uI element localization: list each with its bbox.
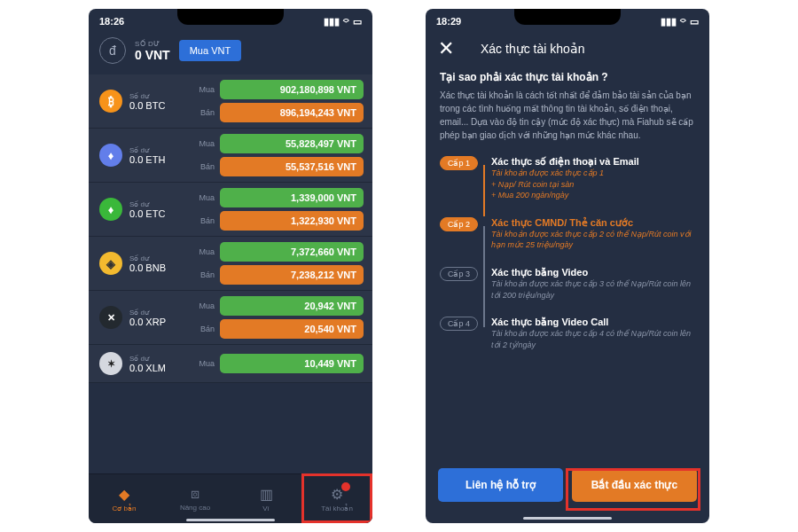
coin-prices: Mua 20,942 VNT Bán 20,540 VNT <box>195 291 372 344</box>
coin-icon: ✶ <box>99 352 122 375</box>
level-badge: Cấp 1 <box>440 156 478 170</box>
tab-label: Tài khoản <box>321 505 353 512</box>
start-verify-button[interactable]: Bắt đầu xác thực <box>572 468 697 502</box>
wifi-icon: ⌔ <box>680 16 686 27</box>
status-icons: ▮▮▮ ⌔ ▭ <box>324 16 362 27</box>
coin-list[interactable]: ₿ Số dư 0.0 BTC Mua 902,180,898 VNT Bán … <box>89 74 372 473</box>
buy-price[interactable]: 7,372,660 VNT <box>220 242 364 262</box>
level-line <box>483 165 485 216</box>
level-title: Xác thực CMND/ Thẻ căn cước <box>491 217 695 229</box>
balance-word: Số dư <box>129 200 165 208</box>
coin-row[interactable]: ♦ Số dư 0.0 ETC Mua 1,339,000 VNT Bán 1,… <box>89 183 372 237</box>
buy-label: Mua <box>195 85 215 94</box>
status-time: 18:26 <box>99 16 124 27</box>
notification-badge <box>341 482 350 491</box>
notch <box>177 9 284 25</box>
balance-value: 0 VNT <box>135 48 170 62</box>
tab-ví[interactable]: ▥ Ví <box>231 474 301 523</box>
tab-nâng-cao[interactable]: ⧇ Nâng cao <box>160 474 231 523</box>
verify-level: Cấp 4 Xác thực bằng Video Call Tài khoản… <box>481 317 695 350</box>
verify-explain: Xác thực tài khoản là cách tốt nhất để đ… <box>440 89 695 142</box>
buy-vnt-button[interactable]: Mua VNT <box>179 40 241 61</box>
buy-price[interactable]: 1,339,000 VNT <box>220 188 364 207</box>
coin-info: ✕ Số dư 0.0 XRP <box>89 291 195 344</box>
tab-label: Ví <box>262 505 270 512</box>
status-bar: 18:26 ▮▮▮ ⌔ ▭ <box>89 9 372 30</box>
tab-cơ-bản[interactable]: ◆ Cơ bản <box>89 474 160 523</box>
home-indicator <box>186 519 275 521</box>
sell-price[interactable]: 55,537,516 VNT <box>220 157 364 176</box>
buy-price[interactable]: 10,449 VNT <box>220 354 364 373</box>
coin-icon: ₿ <box>99 90 122 113</box>
balance-word: Số dư <box>129 309 166 317</box>
level-desc: Tài khoản được xác thực cấp 3 có thể Nạp… <box>491 278 695 301</box>
sell-price[interactable]: 20,540 VNT <box>220 319 364 339</box>
balance-word: Số dư <box>129 92 165 100</box>
close-icon[interactable]: ✕ <box>438 39 454 59</box>
coin-prices: Mua 1,339,000 VNT Bán 1,322,930 VNT <box>195 183 372 236</box>
battery-icon: ▭ <box>353 16 362 27</box>
balance-word: Số dư <box>129 355 166 363</box>
verify-levels: Cấp 1 Xác thực số điện thoại và Email Tà… <box>440 156 695 350</box>
tab-tài-khoản[interactable]: ⚙ Tài khoản <box>301 474 372 523</box>
buy-price[interactable]: 902,180,898 VNT <box>220 80 364 99</box>
buy-label: Mua <box>195 193 215 202</box>
signal-icon: ▮▮▮ <box>661 16 677 27</box>
buy-label: Mua <box>195 359 215 368</box>
sell-price[interactable]: 7,238,212 VNT <box>220 265 364 285</box>
coin-row[interactable]: ✕ Số dư 0.0 XRP Mua 20,942 VNT Bán 20,54… <box>89 291 372 345</box>
notch <box>514 9 621 25</box>
tab-icon: ⧇ <box>191 486 200 502</box>
balance-word: Số dư <box>129 146 165 154</box>
coin-icon: ◈ <box>99 252 122 275</box>
balance-label: SỐ DƯ <box>135 40 170 48</box>
level-title: Xác thực bằng Video <box>491 267 695 278</box>
balance-word: Số dư <box>129 254 166 262</box>
sell-price[interactable]: 1,322,930 VNT <box>220 211 364 231</box>
tab-bar: ◆ Cơ bản⧇ Nâng cao▥ Ví⚙ Tài khoản <box>89 473 372 523</box>
battery-icon: ▭ <box>690 16 699 27</box>
status-time: 18:29 <box>436 16 461 27</box>
coin-balance: 0.0 ETH <box>129 154 165 165</box>
wallet-screen: 18:26 ▮▮▮ ⌔ ▭ đ SỐ DƯ 0 VNT Mua VNT ₿ Số… <box>89 9 372 523</box>
coin-row[interactable]: ♦ Số dư 0.0 ETH Mua 55,828,497 VNT Bán 5… <box>89 129 372 183</box>
coin-balance: 0.0 BTC <box>129 100 165 111</box>
buy-label: Mua <box>195 247 215 256</box>
sell-price[interactable]: 896,194,243 VNT <box>220 103 364 122</box>
tab-label: Cơ bản <box>113 505 137 512</box>
level-desc: Tài khoản được xác thực cấp 1+ Nạp/ Rút … <box>491 168 695 201</box>
verify-level: Cấp 1 Xác thực số điện thoại và Email Tà… <box>481 156 695 201</box>
buy-price[interactable]: 20,942 VNT <box>220 296 364 316</box>
coin-balance: 0.0 XLM <box>129 363 166 373</box>
level-title: Xác thực số điện thoại và Email <box>491 156 695 168</box>
status-icons: ▮▮▮ ⌔ ▭ <box>661 16 699 27</box>
tab-icon: ▥ <box>260 486 273 503</box>
sell-label: Bán <box>195 270 215 279</box>
coin-info: ♦ Số dư 0.0 ETH <box>89 129 195 182</box>
coin-prices: Mua 7,372,660 VNT Bán 7,238,212 VNT <box>195 237 372 290</box>
vnt-icon: đ <box>99 37 126 64</box>
coin-balance: 0.0 ETC <box>129 208 165 219</box>
buy-price[interactable]: 55,828,497 VNT <box>220 134 364 153</box>
level-badge: Cấp 4 <box>440 317 478 331</box>
verify-header: ✕ Xác thực tài khoản <box>426 30 709 71</box>
balance-text: SỐ DƯ 0 VNT <box>135 40 170 62</box>
sell-label: Bán <box>195 216 215 225</box>
verify-level: Cấp 2 Xác thực CMND/ Thẻ căn cước Tài kh… <box>481 217 695 251</box>
coin-icon: ♦ <box>99 144 122 167</box>
coin-row[interactable]: ◈ Số dư 0.0 BNB Mua 7,372,660 VNT Bán 7,… <box>89 237 372 291</box>
buy-label: Mua <box>195 139 215 148</box>
page-title: Xác thực tài khoản <box>481 42 585 56</box>
buy-label: Mua <box>195 301 215 310</box>
tab-icon: ◆ <box>119 486 129 503</box>
level-badge: Cấp 2 <box>440 217 478 231</box>
coin-info: ₿ Số dư 0.0 BTC <box>89 74 195 128</box>
coin-prices: Mua 902,180,898 VNT Bán 896,194,243 VNT <box>195 74 372 128</box>
wifi-icon: ⌔ <box>343 16 349 27</box>
home-indicator <box>523 517 612 520</box>
coin-row[interactable]: ₿ Số dư 0.0 BTC Mua 902,180,898 VNT Bán … <box>89 74 372 129</box>
verify-screen: 18:29 ▮▮▮ ⌔ ▭ ✕ Xác thực tài khoản Tại s… <box>426 9 709 523</box>
coin-row[interactable]: ✶ Số dư 0.0 XLM Mua 10,449 VNT <box>89 345 372 383</box>
level-desc: Tài khoản được xác thực cấp 4 có thể Nạp… <box>491 328 695 350</box>
support-button[interactable]: Liên hệ hỗ trợ <box>438 468 563 502</box>
